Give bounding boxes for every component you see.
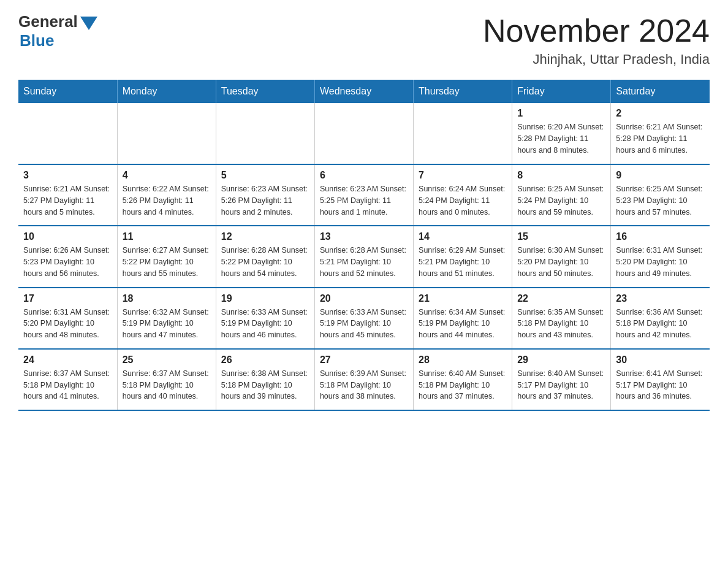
day-info: Sunrise: 6:25 AM Sunset: 5:24 PM Dayligh… <box>517 183 605 218</box>
day-info: Sunrise: 6:38 AM Sunset: 5:18 PM Dayligh… <box>221 368 309 402</box>
day-info: Sunrise: 6:31 AM Sunset: 5:20 PM Dayligh… <box>616 245 705 279</box>
week-row-2: 3Sunrise: 6:21 AM Sunset: 5:27 PM Daylig… <box>18 164 710 226</box>
week-row-4: 17Sunrise: 6:31 AM Sunset: 5:20 PM Dayli… <box>18 288 710 349</box>
logo-triangle-icon <box>80 17 97 30</box>
day-info: Sunrise: 6:31 AM Sunset: 5:20 PM Dayligh… <box>23 307 112 341</box>
day-info: Sunrise: 6:20 AM Sunset: 5:28 PM Dayligh… <box>517 121 605 156</box>
day-info: Sunrise: 6:37 AM Sunset: 5:18 PM Dayligh… <box>23 368 112 402</box>
calendar-cell: 18Sunrise: 6:32 AM Sunset: 5:19 PM Dayli… <box>117 288 216 349</box>
header-cell-friday: Friday <box>512 80 611 103</box>
day-number: 7 <box>419 170 507 181</box>
day-info: Sunrise: 6:40 AM Sunset: 5:17 PM Dayligh… <box>517 368 605 402</box>
calendar-cell <box>314 103 413 164</box>
day-number: 17 <box>23 293 112 304</box>
day-number: 8 <box>517 170 605 181</box>
day-number: 19 <box>221 293 309 304</box>
day-number: 1 <box>517 108 605 119</box>
day-number: 26 <box>221 354 309 366</box>
calendar-cell: 29Sunrise: 6:40 AM Sunset: 5:17 PM Dayli… <box>512 349 611 410</box>
week-row-5: 24Sunrise: 6:37 AM Sunset: 5:18 PM Dayli… <box>18 349 710 410</box>
day-info: Sunrise: 6:32 AM Sunset: 5:19 PM Dayligh… <box>123 307 211 341</box>
calendar-cell: 26Sunrise: 6:38 AM Sunset: 5:18 PM Dayli… <box>216 349 314 410</box>
day-info: Sunrise: 6:23 AM Sunset: 5:26 PM Dayligh… <box>221 183 309 218</box>
day-info: Sunrise: 6:22 AM Sunset: 5:26 PM Dayligh… <box>123 183 211 218</box>
logo-top: General <box>18 12 97 31</box>
calendar-cell: 21Sunrise: 6:34 AM Sunset: 5:19 PM Dayli… <box>414 288 512 349</box>
location-subtitle: Jhinjhak, Uttar Pradesh, India <box>483 52 710 67</box>
calendar-cell: 9Sunrise: 6:25 AM Sunset: 5:23 PM Daylig… <box>611 164 710 226</box>
calendar-cell: 28Sunrise: 6:40 AM Sunset: 5:18 PM Dayli… <box>414 349 512 410</box>
day-number: 3 <box>23 170 112 181</box>
week-row-1: 1Sunrise: 6:20 AM Sunset: 5:28 PM Daylig… <box>18 103 710 164</box>
calendar-cell: 16Sunrise: 6:31 AM Sunset: 5:20 PM Dayli… <box>611 226 710 287</box>
day-number: 9 <box>616 170 705 181</box>
day-number: 30 <box>616 354 705 366</box>
calendar-cell: 14Sunrise: 6:29 AM Sunset: 5:21 PM Dayli… <box>414 226 512 287</box>
day-info: Sunrise: 6:28 AM Sunset: 5:22 PM Dayligh… <box>221 245 309 279</box>
calendar-cell: 10Sunrise: 6:26 AM Sunset: 5:23 PM Dayli… <box>18 226 117 287</box>
calendar-cell: 17Sunrise: 6:31 AM Sunset: 5:20 PM Dayli… <box>18 288 117 349</box>
day-number: 20 <box>320 293 408 304</box>
calendar-cell: 5Sunrise: 6:23 AM Sunset: 5:26 PM Daylig… <box>216 164 314 226</box>
day-info: Sunrise: 6:25 AM Sunset: 5:23 PM Dayligh… <box>616 183 705 218</box>
calendar-cell <box>18 103 117 164</box>
day-number: 29 <box>517 354 605 366</box>
calendar-cell: 8Sunrise: 6:25 AM Sunset: 5:24 PM Daylig… <box>512 164 611 226</box>
calendar-cell: 23Sunrise: 6:36 AM Sunset: 5:18 PM Dayli… <box>611 288 710 349</box>
day-info: Sunrise: 6:27 AM Sunset: 5:22 PM Dayligh… <box>123 245 211 279</box>
day-number: 23 <box>616 293 705 304</box>
day-info: Sunrise: 6:28 AM Sunset: 5:21 PM Dayligh… <box>320 245 408 279</box>
calendar-cell: 19Sunrise: 6:33 AM Sunset: 5:19 PM Dayli… <box>216 288 314 349</box>
calendar-cell: 4Sunrise: 6:22 AM Sunset: 5:26 PM Daylig… <box>117 164 216 226</box>
calendar-cell: 27Sunrise: 6:39 AM Sunset: 5:18 PM Dayli… <box>314 349 413 410</box>
logo-blue-text: Blue <box>20 31 54 50</box>
day-info: Sunrise: 6:30 AM Sunset: 5:20 PM Dayligh… <box>517 245 605 279</box>
calendar-cell: 1Sunrise: 6:20 AM Sunset: 5:28 PM Daylig… <box>512 103 611 164</box>
day-number: 11 <box>123 231 211 242</box>
calendar-table: SundayMondayTuesdayWednesdayThursdayFrid… <box>18 80 710 411</box>
header-cell-saturday: Saturday <box>611 80 710 103</box>
calendar-cell: 6Sunrise: 6:23 AM Sunset: 5:25 PM Daylig… <box>314 164 413 226</box>
calendar-cell <box>216 103 314 164</box>
day-info: Sunrise: 6:26 AM Sunset: 5:23 PM Dayligh… <box>23 245 112 279</box>
day-number: 21 <box>419 293 507 304</box>
day-info: Sunrise: 6:21 AM Sunset: 5:28 PM Dayligh… <box>616 121 705 156</box>
day-number: 15 <box>517 231 605 242</box>
calendar-cell: 2Sunrise: 6:21 AM Sunset: 5:28 PM Daylig… <box>611 103 710 164</box>
day-info: Sunrise: 6:35 AM Sunset: 5:18 PM Dayligh… <box>517 307 605 341</box>
calendar-cell: 25Sunrise: 6:37 AM Sunset: 5:18 PM Dayli… <box>117 349 216 410</box>
day-info: Sunrise: 6:34 AM Sunset: 5:19 PM Dayligh… <box>419 307 507 341</box>
header-cell-sunday: Sunday <box>18 80 117 103</box>
day-number: 25 <box>123 354 211 366</box>
day-number: 18 <box>123 293 211 304</box>
day-number: 14 <box>419 231 507 242</box>
calendar-cell: 11Sunrise: 6:27 AM Sunset: 5:22 PM Dayli… <box>117 226 216 287</box>
day-number: 5 <box>221 170 309 181</box>
day-number: 2 <box>616 108 705 119</box>
calendar-cell: 22Sunrise: 6:35 AM Sunset: 5:18 PM Dayli… <box>512 288 611 349</box>
page-title: November 2024 <box>483 12 710 49</box>
day-number: 12 <box>221 231 309 242</box>
calendar-cell: 7Sunrise: 6:24 AM Sunset: 5:24 PM Daylig… <box>414 164 512 226</box>
day-number: 13 <box>320 231 408 242</box>
header-cell-wednesday: Wednesday <box>314 80 413 103</box>
week-row-3: 10Sunrise: 6:26 AM Sunset: 5:23 PM Dayli… <box>18 226 710 287</box>
calendar-cell <box>414 103 512 164</box>
calendar-cell: 30Sunrise: 6:41 AM Sunset: 5:17 PM Dayli… <box>611 349 710 410</box>
day-info: Sunrise: 6:23 AM Sunset: 5:25 PM Dayligh… <box>320 183 408 218</box>
day-number: 22 <box>517 293 605 304</box>
day-info: Sunrise: 6:40 AM Sunset: 5:18 PM Dayligh… <box>419 368 507 402</box>
calendar-cell: 12Sunrise: 6:28 AM Sunset: 5:22 PM Dayli… <box>216 226 314 287</box>
day-number: 28 <box>419 354 507 366</box>
day-info: Sunrise: 6:24 AM Sunset: 5:24 PM Dayligh… <box>419 183 507 218</box>
day-info: Sunrise: 6:37 AM Sunset: 5:18 PM Dayligh… <box>123 368 211 402</box>
day-number: 4 <box>123 170 211 181</box>
title-area: November 2024 Jhinjhak, Uttar Pradesh, I… <box>483 12 710 67</box>
day-number: 6 <box>320 170 408 181</box>
header: General Blue November 2024 Jhinjhak, Utt… <box>18 12 710 67</box>
day-info: Sunrise: 6:21 AM Sunset: 5:27 PM Dayligh… <box>23 183 112 218</box>
day-info: Sunrise: 6:33 AM Sunset: 5:19 PM Dayligh… <box>320 307 408 341</box>
header-cell-tuesday: Tuesday <box>216 80 314 103</box>
day-info: Sunrise: 6:39 AM Sunset: 5:18 PM Dayligh… <box>320 368 408 402</box>
day-info: Sunrise: 6:29 AM Sunset: 5:21 PM Dayligh… <box>419 245 507 279</box>
